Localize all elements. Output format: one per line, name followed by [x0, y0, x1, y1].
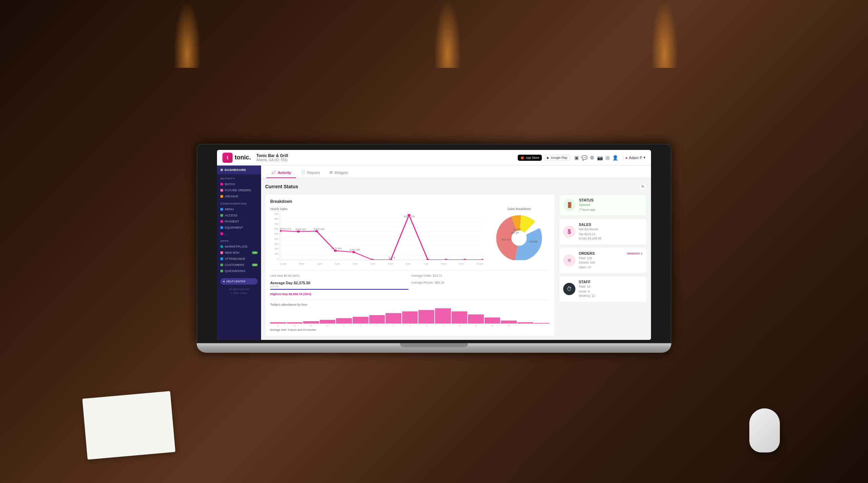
- message-icon[interactable]: 💬: [581, 155, 587, 160]
- svg-text:173.84: 173.84: [331, 247, 342, 250]
- orders-header-row: ORDERS TAKEOUT: 1: [579, 251, 643, 256]
- bg-lamp-3: [651, 0, 678, 68]
- attendance-label: ATTENDANCE: [225, 257, 245, 260]
- app-store-badge[interactable]: 🍎 App Store: [518, 155, 542, 161]
- target-icon[interactable]: ◎: [606, 155, 610, 160]
- reports-tab-label: Reports: [307, 171, 320, 175]
- person-icon[interactable]: 👤: [612, 155, 618, 160]
- settings-icon[interactable]: ⚙: [590, 155, 594, 160]
- attend-bar-8: [386, 313, 401, 324]
- laptop-base: [197, 343, 671, 353]
- sidebar-item-marketplace[interactable]: MARKETPLACE: [217, 244, 261, 250]
- right-panel: 🚪 STATUS Opened 7 hours ago: [559, 194, 647, 336]
- bg-lamp-1: [174, 0, 201, 68]
- sidebar-item-new-boh[interactable]: NEW BOH ON: [217, 250, 261, 256]
- hourly-chart-label: Hourly Sales: [270, 207, 483, 211]
- sales-title: SALES: [579, 223, 643, 227]
- menu-label: MENU: [225, 208, 234, 211]
- sidebar-item-access[interactable]: ACCESS: [217, 212, 261, 218]
- x-11am: 11 am: [280, 263, 286, 265]
- stats-row: Last Year $0.00 (N/A) Average Order: $23…: [270, 270, 550, 296]
- orders-content: ORDERS TAKEOUT: 1 Total: 128 Closed: 102…: [579, 251, 643, 270]
- takeout-label: TAKEOUT: 1: [627, 252, 643, 255]
- laptop-bezel: t tonic. Tonic Bar & Grill Atlanta, GA (…: [197, 144, 671, 343]
- widgets-tab-label: Widgets: [334, 171, 348, 175]
- customers-label: CUSTOMERS: [225, 263, 244, 267]
- x-9pm: 9 pm: [459, 263, 464, 265]
- batch-label: BATCH: [225, 182, 235, 186]
- camera-icon[interactable]: 📷: [597, 155, 603, 160]
- sidebar-item-attendance[interactable]: ATTENDANCE: [217, 256, 261, 262]
- laptop-screen: t tonic. Tonic Bar & Grill Atlanta, GA (…: [217, 150, 651, 340]
- tab-widgets[interactable]: ⊞ Widgets: [325, 168, 353, 178]
- avg-day-value: Average Day $2,375.50: [270, 281, 409, 285]
- y-0: 0: [277, 258, 278, 260]
- sidebar-item-future-orders[interactable]: FUTURE ORDERS: [217, 187, 261, 193]
- header-user[interactable]: ● Adam P ▾: [625, 155, 646, 160]
- payment-dot: [220, 220, 223, 223]
- avg-order-value: Average Order: $23.71: [411, 274, 550, 277]
- sidebar-item-quickbooks[interactable]: QUICKBOOKS: [217, 268, 261, 274]
- status-icon: 🚪: [564, 199, 576, 211]
- stat-highest-day: Highest Day $5,958.79 (35%): [270, 292, 409, 296]
- sidebar-item-customers[interactable]: CUSTOMERS ON: [217, 262, 261, 268]
- google-play-label: Google Play: [551, 156, 567, 159]
- sidebar-bottom: ● HELP CENTER: [217, 278, 261, 285]
- attendance-dot: [220, 257, 223, 260]
- pie-chart-svg: 113.87 107.37 519.19 923.96: [492, 213, 546, 260]
- sidebar-item-payment[interactable]: PAYMENT: [217, 218, 261, 225]
- sidebar-item-more[interactable]: ...: [217, 231, 261, 237]
- svg-point-10: [297, 231, 300, 233]
- y-300: 300: [274, 243, 278, 245]
- apple-icon: 🍎: [520, 156, 524, 159]
- store-badges: 🍎 App Store ▶ Google Play: [518, 155, 570, 161]
- main-content: 📈 Activity 📄 Reports ⊞ Widgets: [261, 166, 651, 340]
- sidebar-item-batch[interactable]: BATCH: [217, 181, 261, 187]
- sidebar-item-archive[interactable]: ARCHIVE: [217, 193, 261, 199]
- pie-chart-area: Sales Breakdown: [489, 207, 550, 265]
- tab-activity[interactable]: 📈 Activity: [267, 168, 296, 178]
- sidebar-item-menu[interactable]: MENU: [217, 206, 261, 212]
- x-2pm: 2 pm: [335, 263, 340, 265]
- marketplace-dot: [220, 245, 223, 248]
- dashboard-grid: Breakdown Hourly Sales 900: [265, 194, 647, 336]
- status-line1: Opened: [579, 203, 642, 208]
- sidebar-footer: All rights reserved © 2023 TONIC: [217, 285, 261, 298]
- access-label: ACCESS: [225, 214, 237, 217]
- refresh-button[interactable]: ↻: [639, 182, 647, 191]
- x-4pm: 4 pm: [370, 263, 376, 265]
- attendance-layout: Today's attendance by hour: [270, 303, 550, 331]
- svg-text:107.37: 107.37: [511, 231, 519, 234]
- google-play-badge[interactable]: ▶ Google Play: [544, 155, 570, 161]
- x-10pm: 10 pm: [477, 263, 483, 265]
- svg-text:858.29: 858.29: [404, 215, 415, 218]
- x-6pm: 6 pm: [406, 263, 411, 265]
- pos-icon[interactable]: ▣: [574, 155, 579, 160]
- breakdown-title: Breakdown: [270, 199, 550, 204]
- quickbooks-dot: [220, 270, 223, 272]
- help-center-label: HELP CENTER: [226, 280, 245, 283]
- x-1pm: 1 pm: [317, 263, 322, 265]
- svg-text:539.65: 539.65: [295, 228, 306, 231]
- svg-point-18: [445, 259, 448, 260]
- main-tabs: 📈 Activity 📄 Reports ⊞ Widgets: [261, 166, 651, 178]
- activity-section-label: ACTIVITY: [217, 174, 261, 181]
- svg-point-13: [352, 251, 355, 253]
- line-chart-area: 554.24 539.65 546.45 173.84 149.05 2.74 …: [280, 213, 483, 262]
- sidebar-dashboard-item[interactable]: ⊞ DASHBOARD: [217, 166, 261, 174]
- tab-reports[interactable]: 📄 Reports: [296, 168, 325, 178]
- payment-label: PAYMENT: [225, 220, 239, 223]
- staff-content: STAFF Total: 16 Gone: 4 Working: 12: [579, 280, 643, 298]
- y-800: 800: [274, 218, 278, 220]
- svg-point-17: [426, 259, 429, 260]
- attend-bar-3: [303, 321, 319, 324]
- sidebar-item-equipment[interactable]: EQUIPMENT: [217, 225, 261, 231]
- attendance-x-labels: 9 10 11 12 1 2 3 4: [270, 325, 550, 327]
- charts-row: Hourly Sales 900 800 700 600 500: [270, 207, 550, 265]
- new-boh-badge: ON: [252, 251, 258, 254]
- main-panel: Current Status ↻ Breakdown: [261, 178, 651, 340]
- status-card: 🚪 STATUS Opened 7 hours ago: [559, 194, 647, 216]
- help-center-button[interactable]: ● HELP CENTER: [220, 278, 258, 285]
- widgets-icon: ⊞: [330, 170, 333, 175]
- attend-bar-1: [270, 322, 286, 324]
